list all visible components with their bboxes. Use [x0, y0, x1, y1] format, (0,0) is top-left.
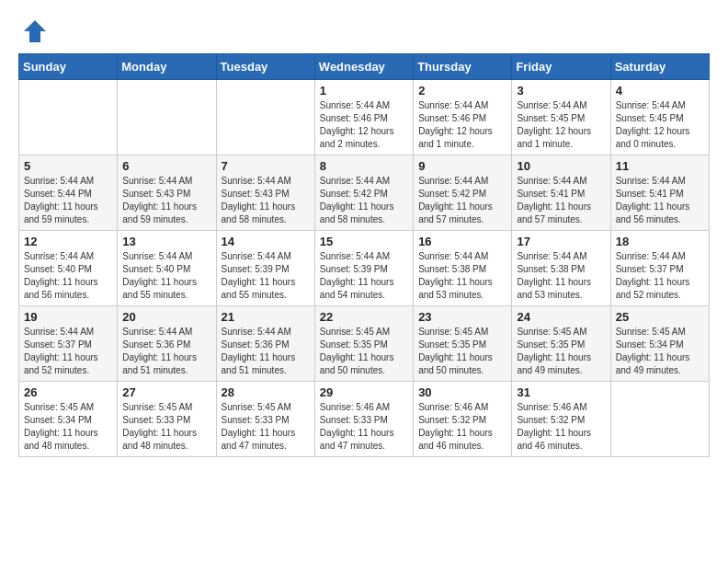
- calendar-cell: 24 Sunrise: 5:45 AMSunset: 5:35 PMDaylig…: [512, 306, 610, 382]
- day-info: Sunrise: 5:44 AMSunset: 5:43 PMDaylight:…: [222, 175, 310, 226]
- day-number: 9: [418, 159, 506, 173]
- calendar-cell: [216, 80, 314, 155]
- calendar-cell: 3 Sunrise: 5:44 AMSunset: 5:45 PMDayligh…: [512, 80, 610, 155]
- day-number: 26: [24, 385, 112, 399]
- day-number: 21: [222, 310, 310, 324]
- day-number: 15: [320, 235, 408, 248]
- calendar-cell: 2 Sunrise: 5:44 AMSunset: 5:46 PMDayligh…: [414, 80, 512, 155]
- calendar-week-3: 12 Sunrise: 5:44 AMSunset: 5:40 PMDaylig…: [19, 231, 710, 306]
- day-info: Sunrise: 5:45 AMSunset: 5:33 PMDaylight:…: [222, 401, 310, 453]
- calendar-table: SundayMondayTuesdayWednesdayThursdayFrid…: [18, 53, 710, 457]
- calendar-cell: [118, 80, 216, 155]
- day-number: 12: [24, 235, 112, 248]
- calendar-week-4: 19 Sunrise: 5:44 AMSunset: 5:37 PMDaylig…: [19, 306, 710, 382]
- day-number: 8: [320, 159, 408, 173]
- page-header: [18, 18, 710, 44]
- calendar-cell: 1 Sunrise: 5:44 AMSunset: 5:46 PMDayligh…: [314, 80, 413, 155]
- day-info: Sunrise: 5:44 AMSunset: 5:36 PMDaylight:…: [222, 326, 310, 377]
- calendar-cell: 7 Sunrise: 5:44 AMSunset: 5:43 PMDayligh…: [216, 155, 314, 231]
- calendar-week-2: 5 Sunrise: 5:44 AMSunset: 5:44 PMDayligh…: [19, 155, 710, 231]
- day-number: 23: [418, 310, 506, 324]
- day-number: 31: [517, 385, 605, 399]
- day-info: Sunrise: 5:44 AMSunset: 5:40 PMDaylight:…: [24, 250, 112, 302]
- day-header-monday: Monday: [118, 54, 216, 80]
- day-info: Sunrise: 5:44 AMSunset: 5:37 PMDaylight:…: [616, 250, 704, 302]
- day-number: 7: [222, 159, 310, 173]
- day-number: 6: [122, 159, 210, 173]
- day-info: Sunrise: 5:44 AMSunset: 5:37 PMDaylight:…: [24, 326, 112, 377]
- calendar-cell: 19 Sunrise: 5:44 AMSunset: 5:37 PMDaylig…: [19, 306, 118, 382]
- day-header-wednesday: Wednesday: [314, 54, 413, 80]
- calendar-cell: [610, 382, 709, 457]
- day-number: 11: [616, 159, 704, 173]
- day-number: 25: [616, 310, 704, 324]
- day-number: 22: [320, 310, 408, 324]
- day-header-saturday: Saturday: [610, 54, 709, 80]
- day-info: Sunrise: 5:44 AMSunset: 5:39 PMDaylight:…: [222, 250, 310, 302]
- day-info: Sunrise: 5:44 AMSunset: 5:45 PMDaylight:…: [616, 99, 704, 151]
- day-header-friday: Friday: [512, 54, 610, 80]
- calendar-cell: 25 Sunrise: 5:45 AMSunset: 5:34 PMDaylig…: [610, 306, 709, 382]
- calendar-cell: 4 Sunrise: 5:44 AMSunset: 5:45 PMDayligh…: [610, 80, 709, 155]
- calendar-cell: 16 Sunrise: 5:44 AMSunset: 5:38 PMDaylig…: [414, 231, 512, 306]
- day-info: Sunrise: 5:44 AMSunset: 5:42 PMDaylight:…: [320, 175, 408, 226]
- calendar-cell: 23 Sunrise: 5:45 AMSunset: 5:35 PMDaylig…: [414, 306, 512, 382]
- day-number: 1: [320, 84, 408, 98]
- calendar-cell: 21 Sunrise: 5:44 AMSunset: 5:36 PMDaylig…: [216, 306, 314, 382]
- day-info: Sunrise: 5:44 AMSunset: 5:38 PMDaylight:…: [418, 250, 506, 302]
- day-number: 24: [517, 310, 605, 324]
- day-header-thursday: Thursday: [414, 54, 512, 80]
- calendar-cell: 9 Sunrise: 5:44 AMSunset: 5:42 PMDayligh…: [414, 155, 512, 231]
- calendar-cell: 28 Sunrise: 5:45 AMSunset: 5:33 PMDaylig…: [216, 382, 314, 457]
- day-header-tuesday: Tuesday: [216, 54, 314, 80]
- day-info: Sunrise: 5:44 AMSunset: 5:41 PMDaylight:…: [517, 175, 605, 226]
- day-number: 5: [24, 159, 112, 173]
- calendar-cell: 6 Sunrise: 5:44 AMSunset: 5:43 PMDayligh…: [118, 155, 216, 231]
- day-info: Sunrise: 5:44 AMSunset: 5:36 PMDaylight:…: [122, 326, 210, 377]
- day-header-sunday: Sunday: [19, 54, 118, 80]
- svg-marker-0: [24, 20, 46, 42]
- calendar-week-1: 1 Sunrise: 5:44 AMSunset: 5:46 PMDayligh…: [19, 80, 710, 155]
- day-number: 19: [24, 310, 112, 324]
- calendar-cell: 12 Sunrise: 5:44 AMSunset: 5:40 PMDaylig…: [19, 231, 118, 306]
- calendar-cell: 11 Sunrise: 5:44 AMSunset: 5:41 PMDaylig…: [610, 155, 709, 231]
- day-info: Sunrise: 5:44 AMSunset: 5:43 PMDaylight:…: [122, 175, 210, 226]
- calendar-cell: 22 Sunrise: 5:45 AMSunset: 5:35 PMDaylig…: [314, 306, 413, 382]
- calendar-cell: 26 Sunrise: 5:45 AMSunset: 5:34 PMDaylig…: [19, 382, 118, 457]
- day-info: Sunrise: 5:46 AMSunset: 5:33 PMDaylight:…: [320, 401, 408, 453]
- calendar-cell: 13 Sunrise: 5:44 AMSunset: 5:40 PMDaylig…: [118, 231, 216, 306]
- calendar-header-row: SundayMondayTuesdayWednesdayThursdayFrid…: [19, 54, 710, 80]
- day-number: 4: [616, 84, 704, 98]
- day-info: Sunrise: 5:45 AMSunset: 5:34 PMDaylight:…: [616, 326, 704, 377]
- day-number: 14: [222, 235, 310, 248]
- day-number: 18: [616, 235, 704, 248]
- day-info: Sunrise: 5:45 AMSunset: 5:34 PMDaylight:…: [24, 401, 112, 453]
- day-number: 17: [517, 235, 605, 248]
- day-info: Sunrise: 5:44 AMSunset: 5:46 PMDaylight:…: [320, 99, 408, 151]
- calendar-cell: [19, 80, 118, 155]
- day-info: Sunrise: 5:45 AMSunset: 5:35 PMDaylight:…: [320, 326, 408, 377]
- calendar-cell: 8 Sunrise: 5:44 AMSunset: 5:42 PMDayligh…: [314, 155, 413, 231]
- calendar-cell: 30 Sunrise: 5:46 AMSunset: 5:32 PMDaylig…: [414, 382, 512, 457]
- day-info: Sunrise: 5:44 AMSunset: 5:41 PMDaylight:…: [616, 175, 704, 226]
- day-info: Sunrise: 5:46 AMSunset: 5:32 PMDaylight:…: [418, 401, 506, 453]
- calendar-cell: 31 Sunrise: 5:46 AMSunset: 5:32 PMDaylig…: [512, 382, 610, 457]
- day-number: 13: [122, 235, 210, 248]
- day-number: 29: [320, 385, 408, 399]
- day-info: Sunrise: 5:44 AMSunset: 5:38 PMDaylight:…: [517, 250, 605, 302]
- day-info: Sunrise: 5:44 AMSunset: 5:40 PMDaylight:…: [122, 250, 210, 302]
- day-info: Sunrise: 5:46 AMSunset: 5:32 PMDaylight:…: [517, 401, 605, 453]
- calendar-cell: 29 Sunrise: 5:46 AMSunset: 5:33 PMDaylig…: [314, 382, 413, 457]
- calendar-cell: 15 Sunrise: 5:44 AMSunset: 5:39 PMDaylig…: [314, 231, 413, 306]
- day-number: 30: [418, 385, 506, 399]
- day-info: Sunrise: 5:44 AMSunset: 5:39 PMDaylight:…: [320, 250, 408, 302]
- calendar-cell: 20 Sunrise: 5:44 AMSunset: 5:36 PMDaylig…: [118, 306, 216, 382]
- day-info: Sunrise: 5:44 AMSunset: 5:46 PMDaylight:…: [418, 99, 506, 151]
- day-info: Sunrise: 5:45 AMSunset: 5:33 PMDaylight:…: [122, 401, 210, 453]
- day-info: Sunrise: 5:45 AMSunset: 5:35 PMDaylight:…: [517, 326, 605, 377]
- calendar-week-5: 26 Sunrise: 5:45 AMSunset: 5:34 PMDaylig…: [19, 382, 710, 457]
- day-number: 16: [418, 235, 506, 248]
- calendar-cell: 14 Sunrise: 5:44 AMSunset: 5:39 PMDaylig…: [216, 231, 314, 306]
- day-info: Sunrise: 5:44 AMSunset: 5:42 PMDaylight:…: [418, 175, 506, 226]
- day-info: Sunrise: 5:44 AMSunset: 5:45 PMDaylight:…: [517, 99, 605, 151]
